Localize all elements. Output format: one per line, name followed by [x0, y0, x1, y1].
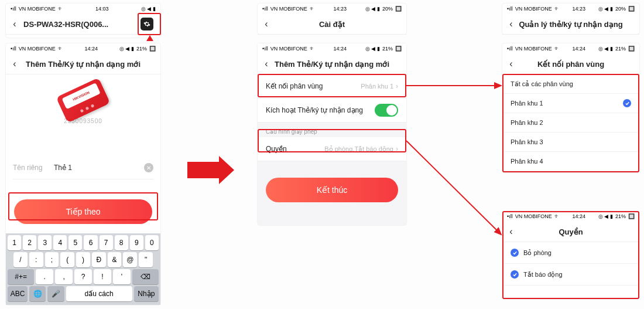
partition-row[interactable]: Tất cả các phân vùng — [502, 74, 639, 94]
kb-key[interactable]: 1 — [8, 235, 21, 250]
page-title: DS-PWA32-HSR(Q006... — [6, 20, 160, 29]
status-bar: •ıllVN MOBIFONEᯤ 14:03 ◎ ◀ ▮ — [6, 4, 160, 14]
check-icon — [511, 270, 519, 279]
next-button[interactable]: Tiếp theo — [14, 199, 152, 224]
kb-key[interactable]: ; — [45, 252, 59, 267]
kb-backspace-icon[interactable]: ⌫ — [132, 269, 159, 284]
card-illustration: HIKVISION — [56, 77, 111, 123]
step-arrow-icon — [187, 162, 220, 178]
kb-key[interactable]: . — [36, 269, 53, 284]
kb-key[interactable]: / — [13, 252, 28, 267]
toggle-on-icon[interactable] — [375, 104, 398, 117]
page-title: Quyền — [502, 227, 639, 236]
kb-key[interactable]: ) — [76, 252, 90, 267]
kb-key[interactable]: 6 — [84, 235, 97, 250]
clear-icon[interactable]: ✕ — [144, 163, 153, 172]
kb-key[interactable]: @ — [123, 252, 137, 267]
kb-key[interactable]: : — [29, 252, 43, 267]
battery-icon: 🔲 — [149, 46, 156, 52]
permission-row[interactable]: Tắt báo động — [502, 264, 639, 286]
kb-mic-icon[interactable]: 🎤 — [47, 286, 64, 301]
kb-key[interactable]: , — [55, 269, 73, 284]
chevron-right-icon: › — [396, 145, 398, 153]
partition-row[interactable]: Phân khu 1 — [502, 94, 639, 113]
kb-key[interactable]: ! — [94, 269, 111, 284]
keyboard[interactable]: 1234567890 /:;()Đ&@" #+= .,?!' ⌫ ABC 🌐 🎤… — [6, 233, 160, 305]
kb-key[interactable]: 9 — [130, 235, 143, 250]
permission-row[interactable]: Bỏ phòng — [502, 242, 639, 264]
name-input[interactable]: Thẻ 1 — [54, 164, 144, 172]
check-icon — [511, 249, 519, 257]
kb-key[interactable]: Đ — [92, 252, 106, 267]
kb-key[interactable]: 4 — [53, 235, 67, 250]
section-header: Cấu hình giấy phép — [258, 123, 406, 137]
activate-row[interactable]: Kích hoạt Thẻ/ký tự nhận dạng — [258, 99, 406, 123]
indicator-arrow-icon — [146, 35, 153, 41]
check-icon — [623, 99, 631, 107]
kb-key[interactable]: 2 — [23, 235, 36, 250]
page-title: Thêm Thẻ/Ký tự nhận dạng mới — [6, 60, 160, 69]
settings-gear-icon[interactable] — [141, 18, 153, 30]
name-input-row[interactable]: Tên riêng Thẻ 1 ✕ — [13, 157, 153, 179]
page-title: Quản lý thẻ/ký tự nhận dạng — [502, 20, 639, 29]
kb-key[interactable]: ' — [113, 269, 131, 284]
permission-row[interactable]: Quyền Bỏ phòng,Tắt báo động› — [258, 137, 406, 161]
kb-space[interactable]: dấu cách — [66, 286, 132, 301]
kb-key[interactable]: " — [139, 252, 153, 267]
kb-enter[interactable]: Nhập — [134, 286, 159, 301]
page-title: Kết nối phân vùng — [502, 60, 639, 69]
kb-key[interactable]: 7 — [100, 235, 113, 250]
chevron-right-icon: › — [396, 82, 398, 90]
link-partition-row[interactable]: Kết nối phân vùng Phân khu 1› — [258, 74, 406, 99]
device-serial: 2950093500 — [6, 118, 160, 124]
svg-line-1 — [406, 141, 501, 235]
kb-abc[interactable]: ABC — [8, 286, 28, 301]
page-header: ‹ DS-PWA32-HSR(Q006... — [6, 14, 160, 35]
kb-key[interactable]: & — [108, 252, 122, 267]
kb-key[interactable]: 3 — [38, 235, 52, 250]
wifi-icon: ᯤ — [58, 6, 63, 12]
kb-key[interactable]: 5 — [68, 235, 82, 250]
kb-key[interactable]: 8 — [115, 235, 128, 250]
kb-key[interactable]: ? — [74, 269, 92, 284]
kb-globe-icon[interactable]: 🌐 — [29, 286, 46, 301]
page-title: Thêm Thẻ/Ký tự nhận dạng mới — [258, 60, 406, 69]
partition-row[interactable]: Phân khu 3 — [502, 133, 639, 152]
page-title: Cài đặt — [258, 20, 406, 29]
kb-key[interactable]: 0 — [145, 235, 159, 250]
kb-key[interactable]: ( — [60, 252, 74, 267]
partition-row[interactable]: Phân khu 2 — [502, 113, 639, 133]
partition-row[interactable]: Phân khu 4 — [502, 152, 639, 171]
kb-shift[interactable]: #+= — [8, 269, 34, 284]
finish-button[interactable]: Kết thúc — [266, 178, 398, 202]
status-bar: •ıllVN MOBIFONEᯤ 14:24 ◎ ◀ ▮21%🔲 — [6, 43, 160, 54]
clock: 14:03 — [95, 6, 109, 12]
